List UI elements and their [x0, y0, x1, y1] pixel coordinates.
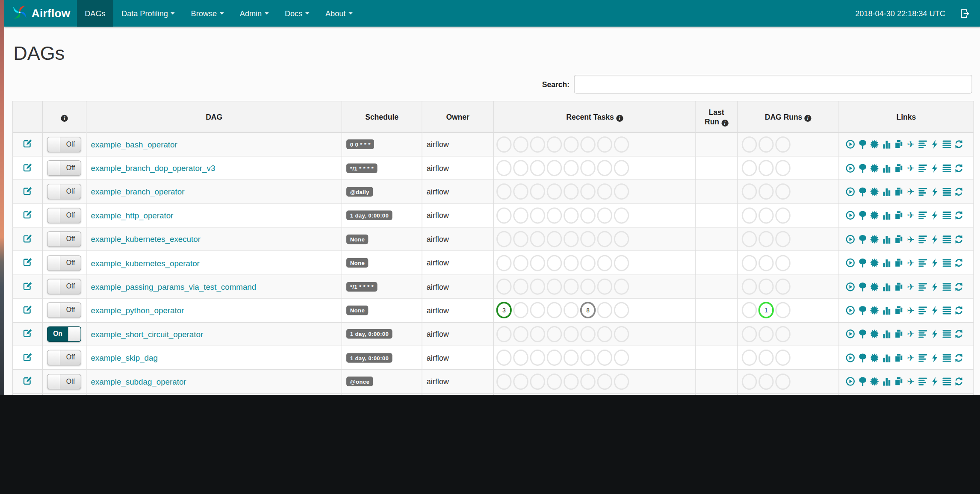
refresh-icon[interactable] [954, 163, 964, 173]
task-tries-icon[interactable] [894, 353, 903, 363]
graph-view-icon[interactable] [870, 353, 880, 363]
nav-item-browse[interactable]: Browse [183, 0, 232, 27]
landing-times-icon[interactable]: ✈ [906, 140, 916, 150]
dag-pause-toggle[interactable]: Off [47, 184, 81, 200]
dag-name-link[interactable]: example_subdag_operator [91, 377, 186, 386]
tasks-duration-icon[interactable] [882, 282, 891, 291]
trigger-dag-icon[interactable] [846, 258, 856, 268]
gantt-view-icon[interactable] [918, 163, 928, 173]
edit-dag-icon[interactable] [23, 308, 33, 316]
dag-runs-circles[interactable] [741, 206, 792, 225]
tree-view-icon[interactable] [858, 376, 868, 386]
dag-pause-toggle[interactable]: Off [47, 208, 81, 223]
tasks-duration-icon[interactable] [882, 353, 891, 363]
dag-pause-toggle[interactable]: Off [47, 160, 81, 176]
tree-view-icon[interactable] [858, 234, 868, 244]
graph-view-icon[interactable] [870, 282, 880, 291]
dag-pause-toggle[interactable]: On [47, 326, 81, 342]
graph-view-icon[interactable] [870, 187, 880, 197]
recent-tasks-circles[interactable] [496, 158, 630, 178]
logs-icon[interactable] [942, 211, 952, 221]
edit-dag-icon[interactable] [23, 189, 33, 197]
refresh-icon[interactable] [954, 376, 964, 386]
dag-name-link[interactable]: example_short_circuit_operator [91, 329, 204, 338]
code-view-icon[interactable] [930, 211, 940, 221]
dag-pause-toggle[interactable]: Off [47, 255, 81, 271]
dag-name-link[interactable]: example_bash_operator [91, 140, 177, 149]
refresh-icon[interactable] [954, 234, 964, 244]
gantt-view-icon[interactable] [918, 258, 928, 268]
tree-view-icon[interactable] [858, 306, 868, 315]
logs-icon[interactable] [942, 376, 952, 386]
landing-times-icon[interactable]: ✈ [906, 306, 916, 315]
dag-pause-toggle[interactable]: Off [47, 350, 81, 365]
trigger-dag-icon[interactable] [846, 187, 856, 197]
gantt-view-icon[interactable] [918, 376, 928, 386]
dag-runs-circles[interactable] [741, 158, 792, 178]
edit-dag-icon[interactable] [23, 142, 33, 150]
task-tries-icon[interactable] [894, 234, 903, 244]
graph-view-icon[interactable] [870, 140, 880, 150]
trigger-dag-icon[interactable] [846, 353, 856, 363]
dag-name-link[interactable]: example_kubernetes_executor [91, 235, 201, 244]
dag-pause-toggle[interactable]: Off [47, 232, 81, 247]
task-tries-icon[interactable] [894, 376, 903, 386]
code-view-icon[interactable] [930, 306, 940, 315]
refresh-icon[interactable] [954, 187, 964, 197]
recent-tasks-circles[interactable]: 38 [496, 300, 630, 320]
edit-dag-icon[interactable] [23, 260, 33, 269]
airflow-brand[interactable]: Airflow [4, 0, 77, 27]
dag-runs-circles[interactable]: 1 [741, 300, 792, 320]
gantt-view-icon[interactable] [918, 282, 928, 291]
code-view-icon[interactable] [930, 258, 940, 268]
edit-dag-icon[interactable] [23, 165, 33, 174]
recent-tasks-circles[interactable] [496, 182, 630, 202]
edit-dag-icon[interactable] [23, 331, 33, 340]
nav-item-data-profiling[interactable]: Data Profiling [113, 0, 183, 27]
code-view-icon[interactable] [930, 234, 940, 244]
edit-dag-icon[interactable] [23, 379, 33, 387]
tasks-duration-icon[interactable] [882, 306, 891, 315]
landing-times-icon[interactable]: ✈ [906, 234, 916, 244]
gantt-view-icon[interactable] [918, 211, 928, 221]
graph-view-icon[interactable] [870, 258, 880, 268]
graph-view-icon[interactable] [870, 329, 880, 339]
nav-item-admin[interactable]: Admin [232, 0, 277, 27]
trigger-dag-icon[interactable] [846, 306, 856, 315]
logs-icon[interactable] [942, 258, 952, 268]
gantt-view-icon[interactable] [918, 140, 928, 150]
refresh-icon[interactable] [954, 211, 964, 221]
graph-view-icon[interactable] [870, 211, 880, 221]
task-tries-icon[interactable] [894, 163, 903, 173]
trigger-dag-icon[interactable] [846, 163, 856, 173]
code-view-icon[interactable] [930, 187, 940, 197]
dag-name-link[interactable]: example_skip_dag [91, 353, 158, 362]
recent-tasks-circles[interactable] [496, 206, 630, 225]
logs-icon[interactable] [942, 163, 952, 173]
logs-icon[interactable] [942, 187, 952, 197]
nav-item-dags[interactable]: DAGs [77, 0, 113, 27]
graph-view-icon[interactable] [870, 163, 880, 173]
task-tries-icon[interactable] [894, 329, 903, 339]
edit-dag-icon[interactable] [23, 213, 33, 221]
refresh-icon[interactable] [954, 306, 964, 315]
landing-times-icon[interactable]: ✈ [906, 211, 916, 221]
refresh-icon[interactable] [954, 282, 964, 291]
nav-item-docs[interactable]: Docs [277, 0, 317, 27]
task-tries-icon[interactable] [894, 306, 903, 315]
dag-pause-toggle[interactable]: Off [47, 137, 81, 152]
gantt-view-icon[interactable] [918, 306, 928, 315]
recent-tasks-circles[interactable] [496, 348, 630, 368]
logs-icon[interactable] [942, 140, 952, 150]
logs-icon[interactable] [942, 306, 952, 315]
landing-times-icon[interactable]: ✈ [906, 329, 916, 339]
dag-name-link[interactable]: example_branch_operator [91, 187, 185, 196]
tree-view-icon[interactable] [858, 329, 868, 339]
tasks-duration-icon[interactable] [882, 376, 891, 386]
dag-pause-toggle[interactable]: Off [47, 373, 81, 389]
logs-icon[interactable] [942, 234, 952, 244]
landing-times-icon[interactable]: ✈ [906, 163, 916, 173]
trigger-dag-icon[interactable] [846, 140, 856, 150]
dag-name-link[interactable]: example_python_operator [91, 306, 184, 315]
logout-icon[interactable] [959, 8, 970, 19]
